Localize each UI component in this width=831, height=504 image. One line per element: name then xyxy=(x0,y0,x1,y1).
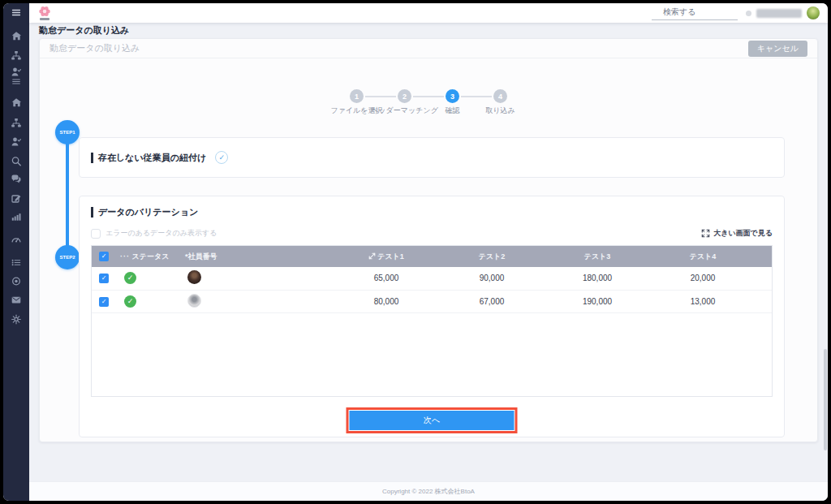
stepper-step-1[interactable]: 1ファイルを選択 xyxy=(350,89,364,103)
vertical-scrollbar[interactable] xyxy=(824,349,827,450)
step1-title-row: 存在しない従業員の紐付け ✓ xyxy=(91,151,228,164)
stepper-connector xyxy=(413,96,444,97)
select-all-checkbox[interactable]: ✓ xyxy=(99,252,109,261)
notification-icon[interactable] xyxy=(746,11,751,16)
column-header[interactable]: テスト2 xyxy=(439,246,545,267)
column-header[interactable]: テスト4 xyxy=(650,246,756,267)
resize-icon xyxy=(368,252,376,261)
gear-icon[interactable] xyxy=(11,313,22,324)
column-header[interactable]: テスト3 xyxy=(545,246,650,267)
chat-icon[interactable] xyxy=(11,173,22,183)
sitemap-icon[interactable] xyxy=(11,117,22,127)
step2-panel: データのバリテーション エラーのあるデータのみ表示する 大きい画面で見る xyxy=(79,196,785,437)
stepper-connector xyxy=(461,96,492,97)
cell-value: 67,000 xyxy=(439,290,545,312)
row-checkbox[interactable]: ✓ xyxy=(99,297,109,307)
cell-value: 90,000 xyxy=(439,267,545,290)
step-rail-line xyxy=(66,132,69,257)
employee-avatar xyxy=(187,294,201,308)
sidebar xyxy=(3,3,29,501)
cancel-button[interactable]: キャンセル xyxy=(748,41,807,57)
edit-icon[interactable] xyxy=(11,192,22,203)
chart-icon[interactable] xyxy=(11,210,22,221)
step1-title: 存在しない従業員の紐付け xyxy=(98,152,206,164)
target-icon[interactable] xyxy=(11,275,22,286)
user-avatar[interactable] xyxy=(807,6,820,19)
import-card: 勤怠データの取り込み キャンセル 1ファイルを選択2ヘッダーマッチング3確認4取… xyxy=(39,38,818,442)
card-title: 勤怠データの取り込み xyxy=(50,42,140,54)
row-checkbox[interactable]: ✓ xyxy=(99,274,109,283)
topbar: 検索する xyxy=(29,3,828,23)
search-icon[interactable] xyxy=(11,155,22,166)
app-window: 検索する 勤怠データの取り込み 勤怠データの取り込み キャンセル 1ファイルを選… xyxy=(3,3,828,501)
cell-value: 13,000 xyxy=(650,290,756,312)
check-circle-icon: ✓ xyxy=(215,151,228,164)
user-check-icon[interactable] xyxy=(11,136,22,146)
title-bar-mark xyxy=(91,153,93,163)
list-icon[interactable] xyxy=(11,256,22,267)
wizard-stepper: 1ファイルを選択2ヘッダーマッチング3確認4取り込み xyxy=(40,89,817,103)
errors-only-label: エラーのあるデータのみ表示する xyxy=(105,228,217,239)
stepper-step-2[interactable]: 2ヘッダーマッチング xyxy=(398,89,411,103)
home-icon[interactable] xyxy=(11,30,22,41)
table-row: ✓✓65,00090,000180,00020,000 xyxy=(92,267,772,290)
cell-value: 80,000 xyxy=(334,290,439,312)
app-logo xyxy=(39,6,50,20)
card-body: 1ファイルを選択2ヘッダーマッチング3確認4取り込み STEP1 STEP2 存… xyxy=(40,58,817,442)
step-rail: STEP1 STEP2 xyxy=(55,120,80,208)
column-header[interactable]: *社員番号 xyxy=(181,246,334,267)
select-all-cell: ✓ xyxy=(92,246,116,267)
table-row: ✓✓80,00067,000190,00013,000 xyxy=(92,290,772,312)
expand-icon xyxy=(701,229,710,238)
status-ok-icon: ✓ xyxy=(124,295,136,308)
main-area: 検索する 勤怠データの取り込み 勤怠データの取り込み キャンセル 1ファイルを選… xyxy=(29,3,828,501)
errors-only-checkbox[interactable] xyxy=(91,229,101,239)
flower-logo-icon xyxy=(39,6,50,17)
step2-badge: STEP2 xyxy=(55,245,80,269)
gauge-icon[interactable] xyxy=(11,233,22,243)
validation-table: ✓··· ステータス*社員番号テスト1テスト2テスト3テスト4 ✓✓65,000… xyxy=(92,246,772,313)
column-header[interactable]: テスト1 xyxy=(334,246,439,267)
menu-icon[interactable] xyxy=(11,6,22,17)
step1-badge: STEP1 xyxy=(55,120,80,144)
view-larger-button[interactable]: 大きい画面で見る xyxy=(701,228,773,239)
step1-panel: 存在しない従業員の紐付け ✓ xyxy=(79,137,785,178)
cell-value: 180,000 xyxy=(545,267,650,290)
table-header-row: ✓··· ステータス*社員番号テスト1テスト2テスト3テスト4 xyxy=(92,246,772,267)
validation-table-container: ✓··· ステータス*社員番号テスト1テスト2テスト3テスト4 ✓✓65,000… xyxy=(91,245,773,397)
search-input[interactable]: 検索する xyxy=(652,6,738,20)
title-bar-mark xyxy=(91,207,93,218)
stepper-step-4[interactable]: 4取り込み xyxy=(493,89,507,103)
logo-caption xyxy=(40,18,50,20)
content-area: 勤怠データの取り込み キャンセル 1ファイルを選択2ヘッダーマッチング3確認4取… xyxy=(29,38,828,481)
cell-value: 20,000 xyxy=(650,267,756,290)
rows-icon[interactable] xyxy=(11,75,22,86)
mail-icon[interactable] xyxy=(11,294,22,304)
footer: Copyright © 2022 株式会社BtoA xyxy=(29,481,828,501)
copyright-text: Copyright © 2022 株式会社BtoA xyxy=(382,487,475,496)
card-header: 勤怠データの取り込み キャンセル xyxy=(40,39,817,58)
stepper-connector xyxy=(365,96,396,97)
page-title: 勤怠データの取り込み xyxy=(29,23,828,38)
step2-title-row: データのバリテーション xyxy=(91,206,773,218)
stepper-step-3[interactable]: 3確認 xyxy=(446,89,459,103)
step2-title: データのバリテーション xyxy=(98,206,198,218)
next-button-annotation: 次へ xyxy=(347,407,518,433)
next-button[interactable]: 次へ xyxy=(350,411,515,430)
cell-value: 190,000 xyxy=(545,290,650,312)
home-icon[interactable] xyxy=(11,97,22,107)
filter-row: エラーのあるデータのみ表示する 大きい画面で見る xyxy=(91,228,773,239)
column-menu-icon[interactable]: ··· xyxy=(120,252,130,261)
column-header[interactable]: ··· ステータス xyxy=(116,246,181,267)
employee-avatar xyxy=(187,270,201,284)
cell-value: 65,000 xyxy=(334,267,439,290)
sitemap-icon[interactable] xyxy=(11,50,22,60)
user-name-redacted[interactable] xyxy=(756,9,802,18)
status-ok-icon: ✓ xyxy=(124,272,136,284)
